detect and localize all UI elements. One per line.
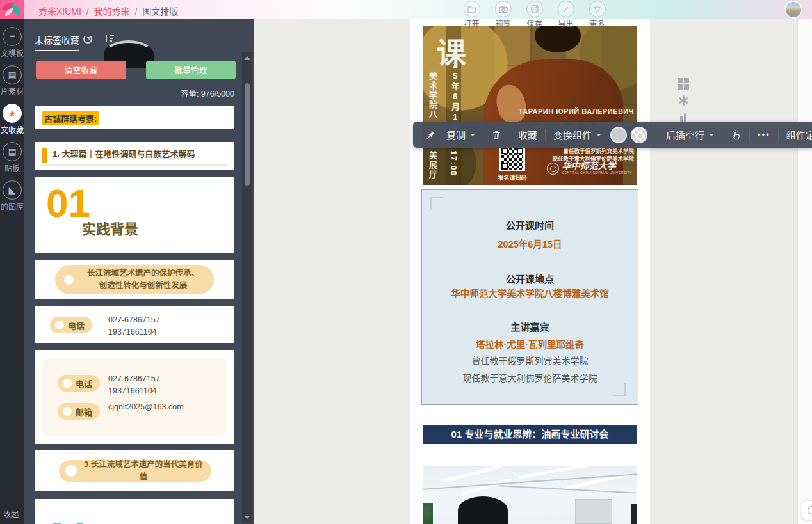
save-label: 保存 xyxy=(519,18,550,29)
scroll-down-icon[interactable] xyxy=(244,516,250,519)
section-title: 实践背景 xyxy=(82,218,138,238)
university-name-en: CENTRAL CHINA NORMAL UNIVERSITY xyxy=(562,171,632,175)
image-material-icon: ▦ xyxy=(3,65,22,84)
transform-label: 变换组件 xyxy=(553,128,592,141)
component-position-label: 组件定位 xyxy=(786,128,812,141)
sort-icon[interactable] xyxy=(104,35,114,44)
toolbar-divider xyxy=(545,129,546,141)
transparent-color-swatch[interactable] xyxy=(631,127,647,143)
hand-click-icon xyxy=(730,129,742,141)
contact-box: 电话 027-67867157 19371661104 邮箱 cjqnlt202… xyxy=(42,358,227,436)
gallery-photo[interactable] xyxy=(423,466,637,524)
collapse-panel-button[interactable]: 收起 xyxy=(3,508,19,519)
interaction-button[interactable] xyxy=(730,129,742,141)
more-button[interactable]: ▽ 更多 xyxy=(581,0,613,29)
sidebar-item-templates[interactable]: ≡ 文模板 xyxy=(0,27,24,58)
right-collapsed-panel xyxy=(797,19,812,524)
accent-bar xyxy=(42,148,47,163)
folder-icon xyxy=(464,1,480,17)
component-position-button[interactable]: 组件定位 xyxy=(786,128,812,141)
favorite-card[interactable]: 电话 027-67867157 19371661104 邮箱 cjqnlt202… xyxy=(35,350,234,444)
poster-venue-vertical: 美展厅 xyxy=(426,151,439,180)
copy-button[interactable]: 复制 xyxy=(446,128,475,141)
help-float-button[interactable] xyxy=(802,501,812,520)
sidebar-item-label: 文模板 xyxy=(0,47,24,58)
template-icon: ≡ xyxy=(3,27,22,46)
open-label: 打开 xyxy=(456,18,487,29)
batch-manage-button[interactable]: 批量管理 xyxy=(146,61,236,79)
save-icon xyxy=(526,1,543,17)
preview-button[interactable]: 预览 xyxy=(487,0,519,29)
asterisk-icon[interactable] xyxy=(678,95,689,106)
triangle-down-icon: ▽ xyxy=(589,1,606,17)
favorite-card[interactable]: 古城群落考察: xyxy=(35,106,234,129)
plant xyxy=(423,503,433,524)
sidebar-item-label: 的图库 xyxy=(0,201,24,212)
toolbar-divider xyxy=(483,129,483,141)
section-number: 01 xyxy=(46,517,90,524)
canvas-side-tools xyxy=(678,78,689,123)
pill-text-line1: 长江流域艺术遗产的保护传承、 xyxy=(79,267,207,280)
favorite-card[interactable]: 1. 大理篇｜在地性调研与白族艺术解码 xyxy=(35,142,234,170)
toolbar-divider xyxy=(722,129,722,141)
section-banner[interactable]: 01 专业与就业思辨：油画专业研讨会 xyxy=(423,425,637,444)
bullet-dot-icon xyxy=(63,379,72,388)
user-avatar[interactable] xyxy=(784,1,802,19)
capacity-label: 容量: 976/5000 xyxy=(181,87,234,99)
phone-number: 19371661104 xyxy=(108,385,160,397)
caret-down-icon xyxy=(709,134,714,139)
favorite-card[interactable]: 电话 027-67867157 19371661104 xyxy=(35,306,234,343)
breadcrumb-my-xiumi[interactable]: 我的秀米 xyxy=(94,6,130,17)
xiumi-editor-window: 秀米XIUMI / 我的秀米 / 图文排版 打开 预览 保存 xyxy=(0,0,812,524)
info-value: 2025年6月15日 xyxy=(422,237,638,250)
qr-caption: 报名请扫码 xyxy=(488,173,537,182)
university-seal-icon xyxy=(547,163,559,175)
refresh-icon[interactable] xyxy=(83,35,92,44)
breadcrumb-current-page: 图文排版 xyxy=(142,6,178,17)
sidebar-item-clipboard[interactable]: ▤ 贴板 xyxy=(0,142,24,173)
tab-untagged-favorites[interactable]: 未标签收藏 xyxy=(35,33,79,51)
pill-text-line2: 创造性转化与创新性发展 xyxy=(79,280,207,292)
bullet-dot-icon xyxy=(63,407,72,416)
info-value: 华中师范大学美术学院八楼博雅美术馆 xyxy=(422,286,638,299)
sidebar-item-gallery[interactable]: ◣ 的图库 xyxy=(0,180,24,212)
clear-favorites-button[interactable]: 清空收藏 xyxy=(36,61,126,79)
transform-component-button[interactable]: 变换组件 xyxy=(553,128,601,141)
favorite-card[interactable]: 长江流域艺术遗产的保护传承、 创造性转化与创新性发展 xyxy=(35,260,234,299)
toolbar-divider xyxy=(510,129,510,141)
layout-grid-icon[interactable] xyxy=(678,78,689,90)
collect-button[interactable]: 收藏 xyxy=(518,128,537,141)
lecture-poster-image[interactable]: 课 美术学院八 美展厅 2025年6月15 - 17:00 ТАРАРИН ЮР… xyxy=(423,26,637,185)
document-toolbar: 打开 预览 保存 ✓ 导出 ▽ 更多 xyxy=(456,0,613,29)
fill-color-swatch[interactable] xyxy=(610,127,627,143)
favorite-card[interactable]: 3.长江流域艺术遗产的当代美育价值 xyxy=(35,450,234,491)
info-value: 塔拉林·尤里·瓦列里耶维奇 xyxy=(422,337,638,351)
insert-blank-line-button[interactable]: 后插空行 xyxy=(666,128,714,141)
copy-label: 复制 xyxy=(446,128,466,141)
more-options-button[interactable]: ••• xyxy=(758,130,770,139)
photo-dark-edge xyxy=(631,504,637,524)
pin-button[interactable] xyxy=(425,129,436,141)
sidebar-item-favorites[interactable]: ★ 文收藏 xyxy=(0,104,24,135)
phone-pill: 电话 xyxy=(58,375,100,392)
panel-scrollbar[interactable] xyxy=(242,52,252,523)
scrollbar-thumb[interactable] xyxy=(245,83,250,186)
open-button[interactable]: 打开 xyxy=(456,0,487,29)
delete-button[interactable] xyxy=(491,129,502,141)
scroll-up-icon[interactable] xyxy=(244,56,250,60)
lecture-info-box[interactable]: 公开课时间 2025年6月15日 公开课地点 华中师范大学美术学院八楼博雅美术馆… xyxy=(421,189,638,405)
sidebar-item-label: 贴板 xyxy=(0,163,24,173)
export-button[interactable]: ✓ 导出 xyxy=(550,0,581,29)
breadcrumb-brand[interactable]: 秀米XIUMI xyxy=(38,6,81,17)
help-circle-icon xyxy=(808,506,812,514)
save-button[interactable]: 保存 xyxy=(519,0,550,29)
xiumi-logo[interactable] xyxy=(0,0,24,19)
favorites-icon: ★ xyxy=(3,104,22,123)
poster-date-vertical: 2025年6月15 xyxy=(449,38,461,134)
favorite-card[interactable]: 01 实践背景 xyxy=(35,177,234,253)
favorite-card[interactable]: 01 xyxy=(35,499,234,524)
sidebar-item-image-material[interactable]: ▦ 片素材 xyxy=(0,65,24,97)
university-signature: 华中师范大学 CENTRAL CHINA NORMAL UNIVERSITY xyxy=(547,162,632,175)
poster-time-vertical: - 17:00 xyxy=(449,143,458,177)
phone-number: 027-67867157 xyxy=(108,373,160,385)
